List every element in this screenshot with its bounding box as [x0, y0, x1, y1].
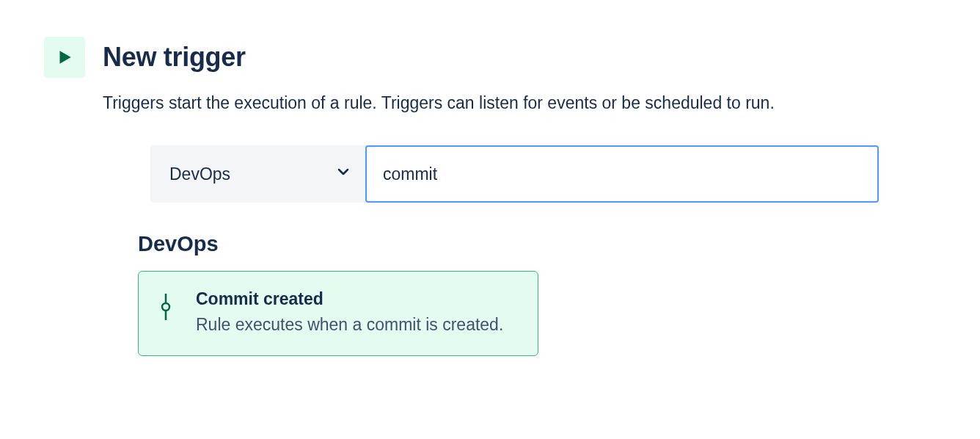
play-icon	[44, 37, 85, 78]
chevron-down-icon	[334, 163, 352, 185]
card-title: Commit created	[196, 289, 517, 309]
card-text: Commit created Rule executes when a comm…	[196, 289, 517, 338]
page-title: New trigger	[103, 42, 246, 73]
header-row: New trigger	[44, 37, 936, 78]
trigger-card-commit-created[interactable]: Commit created Rule executes when a comm…	[138, 271, 538, 356]
section-title: DevOps	[138, 232, 936, 256]
dropdown-label: DevOps	[169, 164, 230, 184]
page-description: Triggers start the execution of a rule. …	[103, 91, 936, 115]
card-description: Rule executes when a commit is created.	[196, 312, 517, 338]
commit-icon	[159, 289, 172, 338]
search-input[interactable]	[365, 145, 879, 203]
category-dropdown[interactable]: DevOps	[150, 145, 367, 203]
svg-point-1	[162, 303, 169, 311]
filter-row: DevOps	[150, 145, 936, 203]
